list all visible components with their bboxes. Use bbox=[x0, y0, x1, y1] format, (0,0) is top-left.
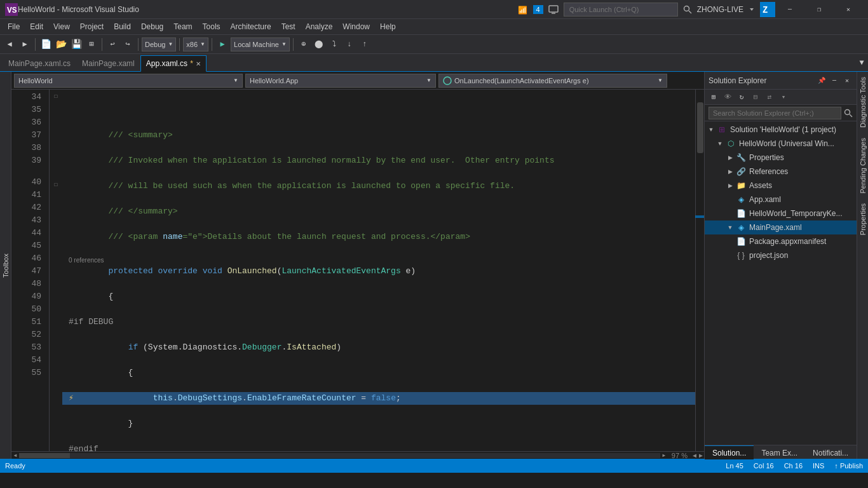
menu-view[interactable]: View bbox=[48, 19, 75, 35]
tab-bar: MainPage.xaml.cs MainPage.xaml App.xaml.… bbox=[0, 54, 868, 72]
step-in-button[interactable]: ↓ bbox=[342, 37, 356, 51]
se-collapse-button[interactable]: ⊟ bbox=[749, 91, 762, 104]
se-auto-hide-button[interactable]: — bbox=[829, 75, 840, 86]
menu-debug[interactable]: Debug bbox=[136, 19, 168, 35]
tree-project-json[interactable]: { } project.json bbox=[705, 248, 857, 262]
svg-line-6 bbox=[689, 11, 691, 13]
tree-references[interactable]: ▶ 🔗 References bbox=[705, 165, 857, 179]
vs-logo: VS bbox=[5, 3, 18, 16]
h-scroll-right[interactable]: ▶ bbox=[660, 452, 668, 459]
se-show-all-button[interactable]: 👁 bbox=[721, 91, 734, 104]
scroll-nav-right[interactable]: ▶ bbox=[698, 452, 704, 459]
namespace-dropdown[interactable]: HelloWorld ▼ bbox=[14, 74, 243, 88]
open-button[interactable]: 📂 bbox=[54, 37, 68, 51]
menu-tools[interactable]: Tools bbox=[198, 19, 226, 35]
close-button[interactable]: ✕ bbox=[834, 0, 863, 19]
monitor-icon bbox=[548, 4, 559, 15]
step-out-button[interactable]: ↑ bbox=[358, 37, 372, 51]
tab-app-xaml-cs[interactable]: App.xaml.cs * ✕ bbox=[140, 55, 207, 72]
tree-project[interactable]: ▼ ⬡ HelloWorld (Universal Win... bbox=[705, 137, 857, 151]
tab-mainpage-xaml-cs[interactable]: MainPage.xaml.cs bbox=[3, 55, 76, 71]
tab-mainpage-xaml[interactable]: MainPage.xaml bbox=[76, 55, 140, 71]
tab-close-button[interactable]: ✕ bbox=[196, 60, 201, 67]
code-line-39: /// <param name="e">Details about the la… bbox=[69, 231, 695, 243]
menu-test[interactable]: Test bbox=[276, 19, 301, 35]
redo-button[interactable]: ↪ bbox=[121, 37, 135, 51]
class-dropdown[interactable]: HelloWorld.App ▼ bbox=[245, 74, 436, 88]
user-dropdown-icon bbox=[749, 6, 755, 13]
tree-solution[interactable]: ▼ ⊞ Solution 'HelloWorld' (1 project) bbox=[705, 123, 857, 137]
menu-edit[interactable]: Edit bbox=[25, 19, 48, 35]
run-button[interactable]: ▶ bbox=[215, 37, 229, 51]
toolbar-separator-6 bbox=[293, 38, 294, 51]
new-project-button[interactable]: 📄 bbox=[39, 37, 53, 51]
tree-assets[interactable]: ▶ 📁 Assets bbox=[705, 179, 857, 193]
diagnostic-tools-label[interactable]: Diagnostic Tools bbox=[858, 72, 868, 133]
undo-button[interactable]: ↩ bbox=[105, 37, 119, 51]
menu-team[interactable]: Team bbox=[168, 19, 197, 35]
zoom-level: 97 % bbox=[668, 452, 691, 459]
toolbox-label[interactable]: Toolbox bbox=[1, 248, 11, 283]
se-refresh-button[interactable]: ↻ bbox=[735, 91, 748, 104]
collapse-35[interactable]: □ bbox=[50, 90, 62, 102]
collapse-40[interactable]: □ bbox=[50, 182, 62, 187]
se-filter-button[interactable]: ▾ bbox=[777, 91, 790, 104]
pending-changes-label[interactable]: Pending Changes bbox=[858, 133, 868, 198]
svg-text:VS: VS bbox=[7, 6, 17, 15]
se-sync-button[interactable]: ⇄ bbox=[763, 91, 776, 104]
status-ins[interactable]: INS bbox=[813, 462, 824, 470]
forward-button[interactable]: ▶ bbox=[18, 37, 32, 51]
tree-mainpage-xaml[interactable]: ▼ ◈ MainPage.xaml bbox=[705, 220, 857, 234]
se-properties-button[interactable]: ⊞ bbox=[707, 91, 720, 104]
menu-help[interactable]: Help bbox=[375, 19, 401, 35]
step-over-button[interactable]: ⤵ bbox=[327, 37, 341, 51]
se-bottom-tabs: Solution... Team Ex... Notificati... bbox=[705, 445, 857, 459]
se-pin-button[interactable]: 📌 bbox=[816, 75, 827, 86]
quick-launch-input[interactable] bbox=[564, 3, 678, 17]
tab-overflow-button[interactable]: ▼ bbox=[855, 55, 868, 71]
h-scroll-left[interactable]: ◀ bbox=[11, 452, 19, 459]
tree-properties[interactable]: ▶ 🔧 Properties bbox=[705, 151, 857, 165]
code-line-40: 0 references protected override void OnL… bbox=[69, 256, 695, 278]
menu-window[interactable]: Window bbox=[337, 19, 375, 35]
status-col[interactable]: Col 16 bbox=[754, 462, 774, 470]
minimize-button[interactable]: — bbox=[775, 0, 804, 19]
se-search-input[interactable] bbox=[709, 107, 841, 119]
h-scrollbar-thumb[interactable] bbox=[19, 453, 70, 458]
tree-app-xaml[interactable]: ◈ App.xaml bbox=[705, 193, 857, 207]
menu-build[interactable]: Build bbox=[109, 19, 136, 35]
status-ch[interactable]: Ch 16 bbox=[784, 462, 803, 470]
run-target-dropdown[interactable]: Local Machine ▼ bbox=[231, 37, 290, 51]
menu-project[interactable]: Project bbox=[75, 19, 109, 35]
menu-architecture[interactable]: Architecture bbox=[226, 19, 276, 35]
scroll-nav-left[interactable]: ◀ bbox=[691, 452, 698, 459]
back-button[interactable]: ◀ bbox=[3, 37, 17, 51]
references-icon: 🔗 bbox=[735, 166, 747, 177]
debug-config-dropdown[interactable]: Debug ▼ bbox=[142, 37, 176, 51]
status-line[interactable]: Ln 45 bbox=[726, 462, 743, 470]
menu-file[interactable]: File bbox=[3, 19, 25, 35]
bottom-tab-solution[interactable]: Solution... bbox=[705, 445, 754, 459]
tree-tempkey[interactable]: 📄 HelloWorld_TemporaryKe... bbox=[705, 207, 857, 220]
se-close-button[interactable]: ✕ bbox=[841, 75, 853, 86]
menu-analyze[interactable]: Analyze bbox=[301, 19, 338, 35]
scrollbar-thumb[interactable] bbox=[697, 102, 703, 153]
vertical-scrollbar[interactable] bbox=[695, 90, 704, 451]
bottom-tab-team[interactable]: Team Ex... bbox=[754, 445, 805, 459]
properties-label[interactable]: Properties bbox=[858, 198, 868, 240]
save-button[interactable]: 💾 bbox=[69, 37, 83, 51]
platform-dropdown[interactable]: x86 ▼ bbox=[183, 37, 208, 51]
tree-manifest[interactable]: 📄 Package.appxmanifest bbox=[705, 234, 857, 248]
save-all-button[interactable]: ⊞ bbox=[85, 37, 98, 51]
breakpoint-button[interactable]: ⬤ bbox=[312, 37, 326, 51]
attach-button[interactable]: ⊕ bbox=[297, 37, 311, 51]
bottom-tab-notifications[interactable]: Notificati... bbox=[805, 445, 856, 459]
json-icon: { } bbox=[735, 250, 747, 261]
file-icon: 📄 bbox=[735, 208, 747, 219]
user-info: ZHONG-LIVE bbox=[697, 5, 743, 14]
code-editor[interactable]: /// <summary> /// Invoked when the appli… bbox=[62, 90, 695, 451]
maximize-button[interactable]: ❐ bbox=[804, 0, 834, 19]
wifi-icon: 📶 bbox=[518, 4, 528, 15]
method-dropdown[interactable]: OnLaunched(LaunchActivatedEventArgs e) ▼ bbox=[438, 74, 667, 88]
status-publish[interactable]: ↑ Publish bbox=[834, 462, 863, 470]
